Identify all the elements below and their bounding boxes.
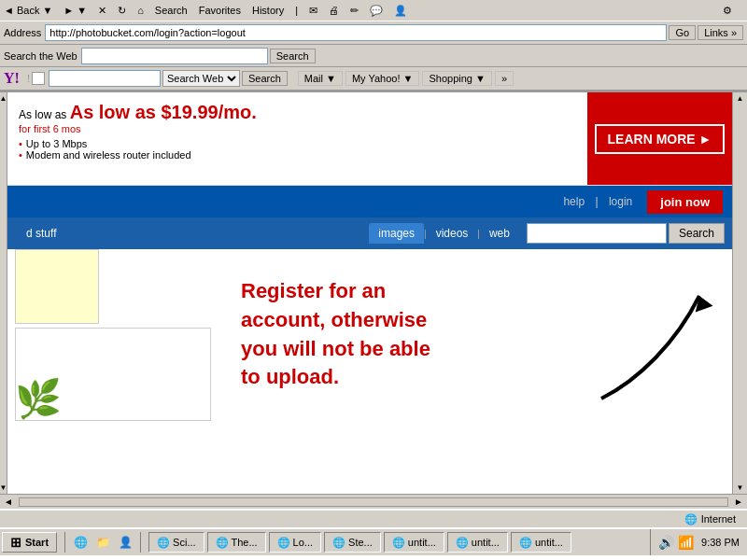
menu-home[interactable]: ⌂ <box>137 5 144 16</box>
yahoo-more-button[interactable]: » <box>495 71 514 86</box>
address-label: Address <box>4 27 41 38</box>
h-scroll-left-arrow[interactable]: ◄ <box>0 497 17 507</box>
join-button[interactable]: join now <box>647 190 723 214</box>
scroll-down-arrow[interactable]: ▼ <box>0 482 7 494</box>
nav-bar: Address Go Links » <box>0 21 747 45</box>
scroll-right-up-arrow[interactable]: ▲ <box>737 92 744 105</box>
menu-bar: ◄ Back ▼ ► ▼ ✕ ↻ ⌂ Search Favorites Hist… <box>0 0 747 21</box>
help-link[interactable]: help <box>563 195 585 208</box>
tray-network-icon: 🔊 <box>658 535 674 550</box>
arrow-annotation <box>452 249 732 436</box>
status-bar: 🌐 Internet <box>0 509 747 527</box>
taskbar-item-untit3[interactable]: 🌐 untit... <box>511 532 571 553</box>
menu-discuss[interactable]: 💬 <box>370 5 383 17</box>
learn-more-button[interactable]: LEARN MORE ► <box>595 124 726 154</box>
zone-label: Internet <box>701 513 736 525</box>
pb-header: help | login join now <box>7 186 732 217</box>
pb-search-button[interactable]: Search <box>669 223 725 244</box>
yahoo-mail-button[interactable]: Mail ▼ <box>298 71 343 86</box>
tab-images[interactable]: images <box>369 223 424 244</box>
taskbar-items: 🌐 Sci... 🌐 The... 🌐 Lo... 🌐 Ste... 🌐 unt… <box>148 532 650 553</box>
search-web-input[interactable] <box>81 48 268 64</box>
main-content: 🌿 Register for an account, otherwise you… <box>7 249 732 455</box>
h-scroll-right-arrow[interactable]: ► <box>730 497 747 507</box>
ie-search-bar: Search the Web Search <box>0 45 747 67</box>
yahoo-search-button[interactable]: Search <box>242 71 288 86</box>
search-web-label: Search the Web <box>4 50 78 62</box>
search-web-button[interactable]: Search <box>270 49 316 63</box>
taskbar: ⊞ Start 🌐 📁 👤 🌐 Sci... 🌐 The... 🌐 Lo... … <box>0 527 747 555</box>
yahoo-shopping-button[interactable]: Shopping ▼ <box>422 71 491 86</box>
taskbar-user-icon[interactable]: 👤 <box>116 533 134 552</box>
tray-volume-icon: 📶 <box>678 535 694 550</box>
internet-icon: 🌐 <box>684 513 698 525</box>
taskbar-item-lo[interactable]: 🌐 Lo... <box>269 532 321 553</box>
yahoo-search-dropdown[interactable]: Search Web <box>162 70 240 87</box>
taskbar-folder-icon[interactable]: 📁 <box>93 533 112 552</box>
page-content: As low as As low as $19.99/mo. for first… <box>7 92 732 494</box>
links-button[interactable]: Links » <box>698 25 743 40</box>
left-sidebar: 🌿 <box>7 249 213 421</box>
yahoo-myyahoo-button[interactable]: My Yahoo! ▼ <box>345 71 420 86</box>
ad-bullets: Up to 3 Mbps Modem and wireless router i… <box>19 138 576 161</box>
start-icon: ⊞ <box>10 535 21 550</box>
ad-banner: As low as As low as $19.99/mo. for first… <box>7 92 732 186</box>
scroll-area: ▲ ▼ As low as As low as $19.99/mo. for f… <box>0 92 747 494</box>
pb-search-input[interactable] <box>527 223 667 244</box>
yahoo-edit-icon[interactable] <box>32 72 45 85</box>
scroll-right-down-arrow[interactable]: ▼ <box>737 482 744 494</box>
status-zone: 🌐 Internet <box>684 513 736 525</box>
menu-back[interactable]: ◄ Back ▼ <box>4 5 52 16</box>
menu-messenger[interactable]: 👤 <box>394 5 407 17</box>
taskbar-item-untit1[interactable]: 🌐 untit... <box>384 532 444 553</box>
address-input[interactable] <box>45 24 667 41</box>
taskbar-item-the[interactable]: 🌐 The... <box>207 532 266 553</box>
ad-price: As low as $19.99/mo. <box>70 102 257 122</box>
sidebar-box-yellow <box>15 249 99 324</box>
menu-more[interactable]: ⚙ <box>723 5 732 17</box>
yahoo-search-input[interactable] <box>49 70 161 87</box>
menu-refresh[interactable]: ↻ <box>118 5 126 17</box>
menu-stop[interactable]: ✕ <box>98 5 106 17</box>
plant-icon: 🌿 <box>15 377 62 421</box>
taskbar-item-sci[interactable]: 🌐 Sci... <box>148 532 204 553</box>
h-scrollbar: ◄ ► <box>0 494 747 509</box>
menu-print[interactable]: 🖨 <box>329 5 339 16</box>
menu-history[interactable]: History <box>252 5 284 16</box>
pb-nav: d stuff images | videos | web Search <box>7 217 732 249</box>
h-scroll-track[interactable] <box>19 497 728 507</box>
yahoo-toolbar: Y! ! Search Web Search Mail ▼ My Yahoo! … <box>0 67 747 91</box>
stuff-tab[interactable]: d stuff <box>15 221 67 245</box>
taskbar-ie-icon[interactable]: 🌐 <box>71 533 90 552</box>
scroll-up-arrow[interactable]: ▲ <box>0 92 7 105</box>
ad-bullet1: Up to 3 Mbps <box>19 138 576 149</box>
menu-favorites[interactable]: Favorites <box>199 5 241 16</box>
tab-web[interactable]: web <box>480 223 519 244</box>
address-bar: Address Go Links » <box>4 24 743 41</box>
browser-chrome: ◄ Back ▼ ► ▼ ✕ ↻ ⌂ Search Favorites Hist… <box>0 0 747 92</box>
taskbar-separator2 <box>140 532 141 553</box>
register-text: Register for an account, otherwise you w… <box>241 277 446 392</box>
left-scroll-bar: ▲ ▼ <box>0 92 7 494</box>
menu-edit[interactable]: ✏ <box>350 5 359 17</box>
yahoo-sep1: ! <box>27 73 30 84</box>
ad-subtitle: for first 6 mos <box>19 123 576 134</box>
taskbar-item-ste[interactable]: 🌐 Ste... <box>324 532 381 553</box>
pb-header-links: help | login <box>556 195 640 208</box>
start-label: Start <box>25 537 49 548</box>
go-button[interactable]: Go <box>669 25 696 40</box>
login-link[interactable]: login <box>609 195 632 208</box>
menu-mail[interactable]: ✉ <box>309 5 317 17</box>
start-button[interactable]: ⊞ Start <box>2 532 57 553</box>
tab-videos[interactable]: videos <box>427 223 478 244</box>
ad-price-line: As low as As low as $19.99/mo. <box>19 102 576 123</box>
menu-search[interactable]: Search <box>155 5 188 16</box>
ad-text: As low as As low as $19.99/mo. for first… <box>7 92 587 185</box>
ad-bullet2: Modem and wireless router included <box>19 149 576 161</box>
taskbar-item-untit2[interactable]: 🌐 untit... <box>447 532 508 553</box>
menu-separator1: | <box>295 5 298 16</box>
right-scrollbar[interactable]: ▲ ▼ <box>732 92 747 494</box>
menu-forward[interactable]: ► ▼ <box>63 5 87 16</box>
taskbar-tray: 🔊 📶 9:38 PM <box>650 529 745 555</box>
ad-image[interactable]: LEARN MORE ► <box>587 92 732 185</box>
